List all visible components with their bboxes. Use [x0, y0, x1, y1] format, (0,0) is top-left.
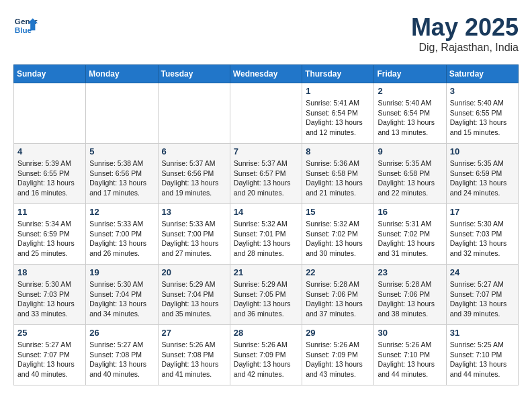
calendar-day-1: 1Sunrise: 5:41 AM Sunset: 6:54 PM Daylig… [302, 83, 374, 144]
calendar-day-6: 6Sunrise: 5:37 AM Sunset: 6:56 PM Daylig… [158, 144, 230, 204]
day-info: Sunrise: 5:36 AM Sunset: 6:58 PM Dayligh… [306, 158, 370, 198]
column-header-sunday: Sunday [14, 65, 86, 83]
day-number: 13 [162, 207, 226, 217]
day-number: 12 [89, 207, 154, 217]
calendar-day-9: 9Sunrise: 5:35 AM Sunset: 6:58 PM Daylig… [374, 144, 446, 204]
day-number: 21 [234, 267, 298, 277]
calendar-day-2: 2Sunrise: 5:40 AM Sunset: 6:54 PM Daylig… [374, 83, 446, 144]
day-info: Sunrise: 5:28 AM Sunset: 7:06 PM Dayligh… [306, 279, 370, 319]
day-number: 8 [306, 146, 370, 156]
calendar-day-27: 27Sunrise: 5:26 AM Sunset: 7:08 PM Dayli… [158, 325, 230, 385]
calendar-day-14: 14Sunrise: 5:32 AM Sunset: 7:01 PM Dayli… [230, 204, 302, 265]
calendar-day-21: 21Sunrise: 5:29 AM Sunset: 7:05 PM Dayli… [230, 265, 302, 325]
day-info: Sunrise: 5:33 AM Sunset: 7:00 PM Dayligh… [89, 219, 154, 259]
day-info: Sunrise: 5:40 AM Sunset: 6:54 PM Dayligh… [378, 98, 442, 138]
calendar-day-4: 4Sunrise: 5:39 AM Sunset: 6:55 PM Daylig… [14, 144, 86, 204]
day-info: Sunrise: 5:29 AM Sunset: 7:05 PM Dayligh… [234, 279, 298, 319]
empty-cell [158, 83, 230, 144]
day-number: 23 [378, 267, 442, 277]
day-info: Sunrise: 5:38 AM Sunset: 6:56 PM Dayligh… [89, 158, 154, 198]
svg-text:Blue: Blue [15, 26, 32, 34]
day-info: Sunrise: 5:27 AM Sunset: 7:07 PM Dayligh… [450, 279, 515, 319]
day-number: 11 [17, 207, 82, 217]
title-block: May 2025 Dig, Rajasthan, India [411, 13, 519, 54]
calendar-day-22: 22Sunrise: 5:28 AM Sunset: 7:06 PM Dayli… [302, 265, 374, 325]
day-info: Sunrise: 5:33 AM Sunset: 7:00 PM Dayligh… [162, 219, 226, 259]
day-info: Sunrise: 5:30 AM Sunset: 7:03 PM Dayligh… [17, 279, 82, 319]
calendar-day-20: 20Sunrise: 5:29 AM Sunset: 7:04 PM Dayli… [158, 265, 230, 325]
day-info: Sunrise: 5:37 AM Sunset: 6:57 PM Dayligh… [234, 158, 298, 198]
calendar-header-row: SundayMondayTuesdayWednesdayThursdayFrid… [14, 65, 519, 83]
column-header-saturday: Saturday [446, 65, 518, 83]
day-number: 31 [450, 328, 515, 338]
column-header-tuesday: Tuesday [158, 65, 230, 83]
column-header-friday: Friday [374, 65, 446, 83]
day-info: Sunrise: 5:26 AM Sunset: 7:10 PM Dayligh… [378, 340, 442, 379]
calendar-day-18: 18Sunrise: 5:30 AM Sunset: 7:03 PM Dayli… [14, 265, 86, 325]
day-info: Sunrise: 5:29 AM Sunset: 7:04 PM Dayligh… [162, 279, 226, 319]
calendar-day-10: 10Sunrise: 5:35 AM Sunset: 6:59 PM Dayli… [446, 144, 518, 204]
day-number: 27 [162, 328, 226, 338]
day-number: 9 [378, 146, 442, 156]
day-number: 24 [450, 267, 515, 277]
day-number: 3 [450, 86, 515, 96]
day-info: Sunrise: 5:27 AM Sunset: 7:07 PM Dayligh… [17, 340, 82, 379]
day-number: 30 [378, 328, 442, 338]
calendar-day-23: 23Sunrise: 5:28 AM Sunset: 7:06 PM Dayli… [374, 265, 446, 325]
day-number: 15 [306, 207, 370, 217]
day-info: Sunrise: 5:34 AM Sunset: 6:59 PM Dayligh… [17, 219, 82, 259]
day-info: Sunrise: 5:30 AM Sunset: 7:04 PM Dayligh… [89, 279, 154, 319]
calendar-day-7: 7Sunrise: 5:37 AM Sunset: 6:57 PM Daylig… [230, 144, 302, 204]
calendar-day-3: 3Sunrise: 5:40 AM Sunset: 6:55 PM Daylig… [446, 83, 518, 144]
day-info: Sunrise: 5:27 AM Sunset: 7:08 PM Dayligh… [89, 340, 154, 379]
day-number: 19 [89, 267, 154, 277]
day-number: 26 [89, 328, 154, 338]
calendar-day-11: 11Sunrise: 5:34 AM Sunset: 6:59 PM Dayli… [14, 204, 86, 265]
day-info: Sunrise: 5:35 AM Sunset: 6:58 PM Dayligh… [378, 158, 442, 198]
column-header-thursday: Thursday [302, 65, 374, 83]
calendar-week-2: 4Sunrise: 5:39 AM Sunset: 6:55 PM Daylig… [14, 144, 519, 204]
calendar-day-8: 8Sunrise: 5:36 AM Sunset: 6:58 PM Daylig… [302, 144, 374, 204]
day-number: 5 [89, 146, 154, 156]
day-info: Sunrise: 5:25 AM Sunset: 7:10 PM Dayligh… [450, 340, 515, 379]
calendar-day-26: 26Sunrise: 5:27 AM Sunset: 7:08 PM Dayli… [86, 325, 158, 385]
calendar-day-31: 31Sunrise: 5:25 AM Sunset: 7:10 PM Dayli… [446, 325, 518, 385]
day-info: Sunrise: 5:30 AM Sunset: 7:03 PM Dayligh… [450, 219, 515, 259]
day-number: 18 [17, 267, 82, 277]
calendar-day-16: 16Sunrise: 5:31 AM Sunset: 7:02 PM Dayli… [374, 204, 446, 265]
calendar-day-5: 5Sunrise: 5:38 AM Sunset: 6:56 PM Daylig… [86, 144, 158, 204]
day-info: Sunrise: 5:35 AM Sunset: 6:59 PM Dayligh… [450, 158, 515, 198]
page-header: General Blue General Blue May 2025 Dig, … [13, 13, 519, 54]
logo-icon: General Blue [13, 13, 38, 38]
calendar-day-29: 29Sunrise: 5:26 AM Sunset: 7:09 PM Dayli… [302, 325, 374, 385]
day-info: Sunrise: 5:28 AM Sunset: 7:06 PM Dayligh… [378, 279, 442, 319]
day-number: 29 [306, 328, 370, 338]
day-info: Sunrise: 5:26 AM Sunset: 7:09 PM Dayligh… [234, 340, 298, 379]
day-info: Sunrise: 5:31 AM Sunset: 7:02 PM Dayligh… [378, 219, 442, 259]
day-number: 6 [162, 146, 226, 156]
day-number: 22 [306, 267, 370, 277]
day-info: Sunrise: 5:40 AM Sunset: 6:55 PM Dayligh… [450, 98, 515, 138]
calendar-day-24: 24Sunrise: 5:27 AM Sunset: 7:07 PM Dayli… [446, 265, 518, 325]
day-info: Sunrise: 5:26 AM Sunset: 7:08 PM Dayligh… [162, 340, 226, 379]
calendar-day-28: 28Sunrise: 5:26 AM Sunset: 7:09 PM Dayli… [230, 325, 302, 385]
day-number: 2 [378, 86, 442, 96]
day-number: 17 [450, 207, 515, 217]
empty-cell [14, 83, 86, 144]
calendar-day-12: 12Sunrise: 5:33 AM Sunset: 7:00 PM Dayli… [86, 204, 158, 265]
location: Dig, Rajasthan, India [411, 42, 519, 54]
day-number: 16 [378, 207, 442, 217]
calendar-week-5: 25Sunrise: 5:27 AM Sunset: 7:07 PM Dayli… [14, 325, 519, 385]
month-title: May 2025 [411, 13, 519, 42]
column-header-monday: Monday [86, 65, 158, 83]
day-number: 25 [17, 328, 82, 338]
calendar-table: SundayMondayTuesdayWednesdayThursdayFrid… [13, 64, 519, 385]
day-number: 20 [162, 267, 226, 277]
day-info: Sunrise: 5:41 AM Sunset: 6:54 PM Dayligh… [306, 98, 370, 138]
calendar-day-19: 19Sunrise: 5:30 AM Sunset: 7:04 PM Dayli… [86, 265, 158, 325]
logo: General Blue General Blue [13, 13, 38, 38]
calendar-week-3: 11Sunrise: 5:34 AM Sunset: 6:59 PM Dayli… [14, 204, 519, 265]
calendar-week-1: 1Sunrise: 5:41 AM Sunset: 6:54 PM Daylig… [14, 83, 519, 144]
day-number: 4 [17, 146, 82, 156]
day-number: 28 [234, 328, 298, 338]
